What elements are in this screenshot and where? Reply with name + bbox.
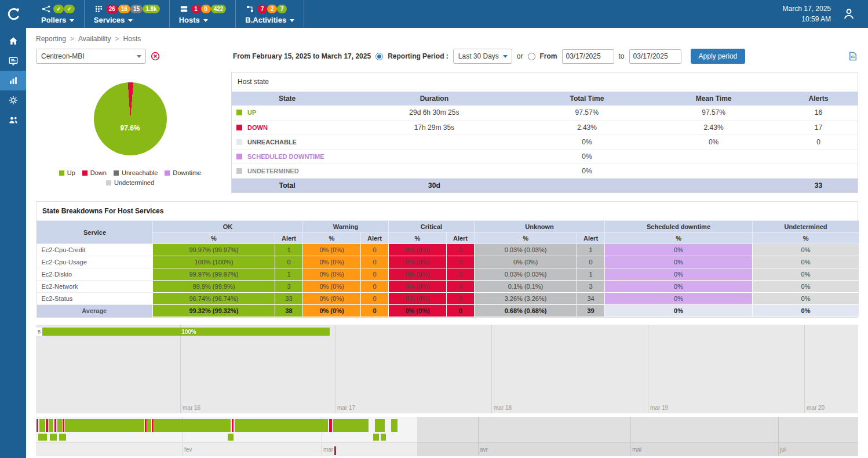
chevron-down-icon	[70, 19, 74, 22]
status-badge: ✓	[53, 5, 64, 13]
state-label: UP	[247, 109, 256, 116]
export-report-button[interactable]	[848, 51, 858, 61]
timeline-gridline	[180, 325, 181, 413]
chevron-down-icon	[128, 19, 133, 22]
host-state-row: DOWN17h 29m 35s2.43%2.43%17	[232, 120, 858, 135]
total-label: Total	[232, 178, 342, 192]
breakdown-value: 1	[275, 268, 303, 281]
breakdown-value: 3	[275, 281, 303, 293]
breakdown-value: 34	[577, 293, 605, 305]
to-date-input[interactable]	[629, 49, 681, 64]
group-header-service: Service	[37, 221, 153, 244]
navigator-availability-segment	[49, 419, 54, 432]
navigator-current-marker	[334, 446, 336, 455]
main-content: Reporting>Availability>Hosts Centreon-MB…	[26, 28, 868, 458]
status-badge: 26	[106, 5, 118, 13]
state-label: SCHEDULED DOWNTIME	[247, 153, 324, 160]
navigator-availability-segment	[54, 419, 57, 432]
sidebar-item-home[interactable]	[0, 31, 26, 51]
breakdown-group-header-row: Service OK Warning Critical Unknown Sche…	[37, 221, 859, 232]
sidebar-item-configuration[interactable]	[0, 90, 26, 110]
clear-host-filter-button[interactable]	[151, 52, 160, 61]
host-state-row: SCHEDULED DOWNTIME0%	[232, 149, 858, 163]
to-label: to	[619, 52, 625, 60]
menu-bactivities[interactable]: 727 B.Activities	[236, 0, 304, 28]
timeline-day-label: mar 17	[335, 405, 355, 411]
breadcrumb-item[interactable]: Hosts	[123, 35, 141, 43]
period-select[interactable]: Last 30 Days	[453, 49, 512, 64]
custom-range-radio[interactable]	[528, 53, 535, 60]
state-label-cell: UNDETERMINED	[232, 163, 342, 178]
host-state-value: 0%	[526, 149, 648, 163]
from-label: From	[540, 52, 557, 60]
group-header-ok: OK	[153, 221, 303, 232]
breadcrumb-item[interactable]: Reporting	[36, 35, 66, 43]
sidebar-item-administration[interactable]	[0, 110, 26, 130]
centreon-logo[interactable]	[0, 0, 26, 28]
host-state-value	[648, 149, 779, 163]
breadcrumb-separator: >	[115, 35, 119, 43]
timeline-gridline	[648, 325, 648, 413]
service-breakdown-table: Service OK Warning Critical Unknown Sche…	[37, 220, 859, 317]
centreon-logo-icon	[6, 6, 21, 21]
apply-period-button[interactable]: Apply period	[691, 49, 746, 64]
status-badge: 422	[211, 5, 227, 13]
navigator-month-label: mar	[322, 446, 333, 453]
breakdown-average-row: Average99.32% (99.32%)380% (0%)00% (0%)0…	[37, 305, 859, 317]
breakdown-value: 0%	[605, 305, 753, 317]
host-state-header-row: State Duration Total Time Mean Time Aler…	[232, 92, 858, 106]
column-header-total-time: Total Time	[526, 92, 648, 106]
business-activities-icon	[245, 4, 255, 14]
state-color-swatch	[236, 168, 242, 174]
sidebar-item-reporting[interactable]	[0, 71, 26, 90]
period-select-value: Last 30 Days	[458, 52, 499, 60]
reporting-period-radio[interactable]	[375, 53, 383, 60]
host-state-value	[342, 149, 526, 163]
breakdown-value: 0% (0%)	[303, 281, 361, 293]
menu-hosts-label: Hosts	[179, 16, 200, 24]
navigator-event-segment	[228, 434, 234, 441]
breakdown-value: 99.97% (99.97%)	[153, 268, 275, 281]
navigator-month-label: fev	[183, 446, 192, 453]
legend-swatch	[165, 170, 170, 176]
timeline-gridline	[491, 325, 492, 413]
breakdown-value: 0	[361, 281, 389, 293]
host-state-value: 0%	[526, 163, 648, 178]
breakdown-value: 0%	[605, 256, 753, 268]
state-label: UNREACHABLE	[247, 139, 297, 146]
navigator-unselected-overlay	[417, 417, 858, 456]
timeline-navigator[interactable]: fevmaravrmaijui	[36, 417, 858, 456]
breakdown-value: 1	[577, 268, 605, 281]
menu-hosts[interactable]: 10422 Hosts	[170, 0, 236, 28]
status-badge: 7	[257, 5, 267, 13]
navigator-event-segment	[373, 434, 379, 441]
sidebar-item-monitoring[interactable]	[0, 51, 26, 71]
host-state-value	[342, 135, 526, 149]
breakdown-value: 0%	[753, 293, 859, 305]
from-date-input[interactable]	[562, 49, 614, 64]
user-menu-button[interactable]	[840, 5, 858, 23]
breakdown-value: 0.68% (0.68%)	[475, 305, 577, 317]
hosts-icon	[179, 4, 189, 14]
menu-services[interactable]: 2616151.8k Services	[85, 0, 170, 28]
pie-center-label: 97.6%	[94, 124, 167, 132]
breadcrumb-item[interactable]: Availability	[78, 35, 111, 43]
host-state-value: 0%	[648, 135, 779, 149]
column-header-alerts: Alerts	[779, 92, 858, 106]
status-badge: 1	[191, 5, 201, 13]
state-color-swatch	[236, 154, 242, 159]
navigator-availability-segment	[152, 419, 154, 432]
state-color-swatch	[236, 125, 242, 130]
host-state-table: State Duration Total Time Mean Time Aler…	[232, 92, 858, 192]
breakdown-value: 0%	[753, 305, 859, 317]
uptime-bar-label: 100%	[181, 329, 196, 335]
status-badge: 7	[277, 5, 287, 13]
breakdown-value: 0% (0%)	[389, 293, 447, 305]
menu-pollers[interactable]: ✓✓ Pollers	[32, 0, 85, 28]
navigator-event-segment	[381, 434, 386, 441]
legend-item: Down	[82, 169, 107, 176]
host-select[interactable]: Centreon-MBI	[36, 49, 146, 64]
timeline-main-chart[interactable]: mar 16mar 17mar 18mar 19mar 20100%s	[36, 325, 858, 413]
breakdown-value: 1	[275, 244, 303, 256]
service-breakdown-title: State Breakdowns For Host Services	[37, 202, 858, 220]
